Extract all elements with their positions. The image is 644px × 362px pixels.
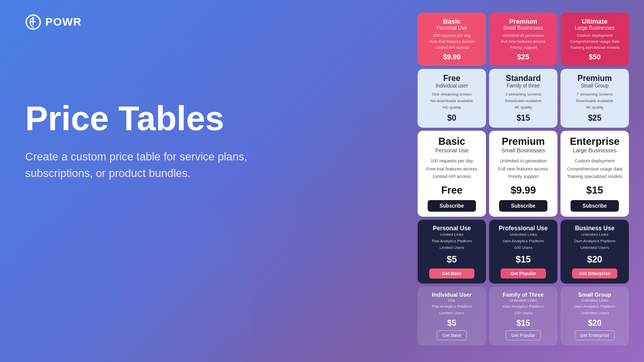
card-subtitle: Small Group (565, 83, 625, 88)
card-subtitle: Personal Use (422, 147, 482, 153)
card-price: $15 (493, 114, 553, 123)
card-personal-row4: Personal Use Limited LinksTrial Analytic… (418, 220, 486, 283)
card-features: Unlimited AI generationFull new features… (493, 33, 553, 51)
panel-row-3: Basic Personal Use 100 requests per dayF… (418, 131, 629, 217)
card-price: $50 (565, 53, 625, 61)
card-premium-row3: Premium Small Businesses Unlimited AI ge… (489, 131, 557, 217)
get-base-button-row5[interactable]: Get Base (437, 330, 467, 340)
card-subtitle: Individual user (422, 83, 482, 88)
card-price: $0 (422, 114, 482, 123)
card-features: Custom deploymentComprehensive usage dat… (565, 33, 625, 51)
card-title: Ultimate (565, 18, 625, 25)
card-features: OneTrial Analytics PlatformLimited Users (422, 298, 482, 317)
card-subtitle: Family of three (493, 83, 553, 88)
card-title: Premium (493, 18, 553, 25)
card-price: $15 (493, 319, 553, 328)
hero-content: Price Tables Create a custom price table… (25, 101, 252, 182)
card-title: Business Use (565, 225, 625, 232)
card-premium-row1: Premium Small Businesses Unlimited AI ge… (489, 13, 557, 66)
get-enterprise-button-row5[interactable]: Get Enterprise (575, 330, 615, 340)
card-price: $9.99 (422, 53, 482, 61)
card-free-row2: Free Individual user One streaming scree… (418, 69, 486, 128)
card-features: Limited LinksTrial Analytics PlatformLim… (422, 232, 482, 251)
subscribe-button[interactable]: Subscribe (571, 200, 619, 212)
card-premium-row2: Premium Small Group 7 streaming screensD… (560, 69, 629, 128)
card-individual-row5: Individual User OneTrial Analytics Platf… (418, 287, 486, 345)
card-features: Unlimited AI generationFull new features… (493, 157, 553, 180)
get-popular-button-row5[interactable]: Get Popular (506, 330, 541, 340)
card-subtitle: Personal Use (422, 25, 482, 31)
card-title: Professional Use (493, 225, 553, 232)
card-smallgroup-row5: Small Group Unlimited LinksOwn Analytics… (560, 287, 629, 345)
panel-row-1: Basic Personal Use 100 requests per dayF… (418, 13, 629, 66)
card-features: Unlimited LinksOwn Analytics Platform100… (493, 232, 553, 251)
card-family-row5: Family of Three Unlimited LinksOwn Analy… (489, 287, 557, 345)
card-enterprise-row3: Enterprise Large Businesses Custom deplo… (560, 131, 629, 217)
card-price: $15 (565, 185, 625, 196)
page-title: Price Tables (25, 101, 252, 136)
card-title: Free (422, 74, 482, 83)
card-price: $15 (493, 254, 553, 265)
get-enterprise-button[interactable]: Get Enterprise (572, 268, 617, 279)
card-title: Premium (565, 74, 625, 83)
subscribe-button[interactable]: Subscribe (428, 200, 476, 212)
card-price: Free (422, 185, 482, 196)
card-title: Premium (493, 136, 553, 147)
card-features: Unlimited LinksOwn Analytics PlatformUnl… (565, 232, 625, 251)
panel-row-4: Personal Use Limited LinksTrial Analytic… (418, 220, 629, 283)
card-features: Unlimited LinksOwn Analytics Platform100… (493, 298, 553, 317)
card-price: $25 (565, 114, 625, 123)
card-features: Unlimited LinksOwn Analytics PlatformUnl… (565, 298, 625, 317)
card-title: Basic (422, 136, 482, 147)
card-features: One streaming screenNo downloads availab… (422, 92, 482, 111)
card-features: Custom deploymentComprehensive usage dat… (565, 157, 625, 180)
get-popular-button[interactable]: Get Popular (501, 268, 546, 279)
get-base-button[interactable]: Get Base (429, 268, 474, 279)
card-price: $20 (565, 319, 625, 328)
card-features: 100 requests per dayFree trial features … (422, 33, 482, 51)
card-ultimate-row1: Ultimate Large Businesses Custom deploym… (560, 13, 629, 66)
card-business-row4: Business Use Unlimited LinksOwn Analytic… (560, 220, 629, 283)
card-subtitle: Small Businesses (493, 25, 553, 31)
card-standard-row2: Standard Family of three 3 streaming scr… (489, 69, 557, 128)
card-professional-row4: Professional Use Unlimited LinksOwn Anal… (489, 220, 557, 283)
card-subtitle: Small Businesses (493, 147, 553, 153)
card-features: 100 requests per dayFree trial features … (422, 157, 482, 180)
page-subtitle: Create a custom price table for service … (25, 148, 252, 182)
panel-row-5: Individual User OneTrial Analytics Platf… (418, 287, 629, 345)
logo-icon (25, 14, 41, 30)
logo: POWR (25, 14, 82, 30)
card-price: $20 (565, 254, 625, 265)
card-price: $25 (493, 53, 553, 61)
card-features: 3 streaming screensDownloads available4K… (493, 92, 553, 111)
card-basic-row1: Basic Personal Use 100 requests per dayF… (418, 13, 486, 66)
card-title: Enterprise (565, 136, 625, 147)
card-title: Small Group (565, 292, 625, 298)
panel-row-2: Free Individual user One streaming scree… (418, 69, 629, 128)
card-title: Individual User (422, 292, 482, 298)
card-title: Personal Use (422, 225, 482, 232)
card-features: 7 streaming screensDownloads available4K… (565, 92, 625, 111)
card-price: $9.99 (493, 185, 553, 196)
card-basic-row3: Basic Personal Use 100 requests per dayF… (418, 131, 486, 217)
card-subtitle: Large Businesses (565, 147, 625, 153)
card-price: $5 (422, 254, 482, 265)
card-subtitle: Large Businesses (565, 25, 625, 31)
card-title: Standard (493, 74, 553, 83)
card-title: Family of Three (493, 292, 553, 298)
card-price: $5 (422, 319, 482, 328)
subscribe-button[interactable]: Subscribe (499, 200, 547, 212)
pricing-panels: Basic Personal Use 100 requests per dayF… (418, 13, 629, 349)
panels-grid: Basic Personal Use 100 requests per dayF… (418, 13, 629, 345)
logo-text: POWR (45, 16, 82, 29)
card-title: Basic (422, 18, 482, 25)
